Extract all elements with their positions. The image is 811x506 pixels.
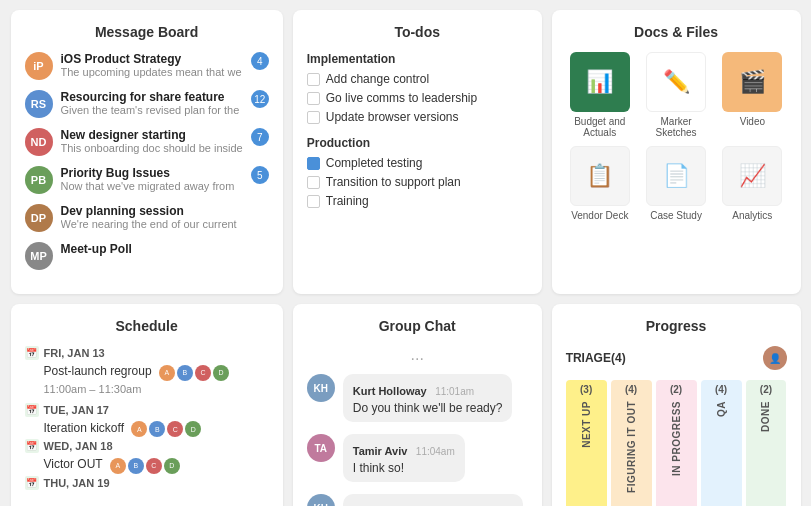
event-avatar: A	[131, 421, 147, 437]
todo-item[interactable]: Go live comms to leadership	[307, 91, 528, 105]
todo-label: Training	[326, 194, 369, 208]
doc-type-icon: 📈	[739, 163, 766, 189]
doc-item[interactable]: 📈 Analytics	[718, 146, 786, 221]
progress-column: (4) FIGURING IT OUT	[611, 380, 652, 506]
event-avatar: C	[167, 421, 183, 437]
todo-item[interactable]: Transition to support plan	[307, 175, 528, 189]
doc-name: Case Study	[650, 210, 702, 221]
doc-item[interactable]: 📄 Case Study	[642, 146, 710, 221]
progress-col-count: (4)	[715, 384, 727, 395]
chat-user-avatar: TA	[307, 434, 335, 462]
todo-section-title: Production	[307, 136, 528, 150]
message-board-panel: Message Board iP iOS Product Strategy Th…	[11, 10, 283, 294]
event-avatar: C	[195, 365, 211, 381]
doc-name: Analytics	[732, 210, 772, 221]
event-avatar: D	[213, 365, 229, 381]
todo-label: Completed testing	[326, 156, 423, 170]
message-item[interactable]: ND New designer starting This onboarding…	[25, 128, 269, 156]
msg-content: Dev planning session We're nearing the e…	[61, 204, 269, 230]
message-board-title: Message Board	[25, 24, 269, 40]
todo-checkbox[interactable]	[307, 195, 320, 208]
schedule-event-block: 📅 WED, JAN 18 Victor OUT ABCD	[25, 439, 269, 474]
doc-thumbnail: ✏️	[646, 52, 706, 112]
doc-thumbnail: 📋	[570, 146, 630, 206]
msg-preview: The upcoming updates mean that we	[61, 66, 243, 78]
msg-content: New designer starting This onboarding do…	[61, 128, 243, 154]
chat-timestamp: 11:04am	[416, 446, 455, 457]
progress-col-count: (4)	[625, 384, 637, 395]
msg-badge: 4	[251, 52, 269, 70]
calendar-icon: 📅	[25, 346, 39, 360]
event-avatars: ABCD	[110, 458, 180, 474]
msg-badge: 12	[251, 90, 269, 108]
doc-item[interactable]: ✏️ Marker Sketches	[642, 52, 710, 138]
todo-checkbox[interactable]	[307, 157, 320, 170]
todo-item[interactable]: Update browser versions	[307, 110, 528, 124]
doc-type-icon: 🎬	[739, 69, 766, 95]
schedule-event-block: 📅 THU, JAN 19	[25, 476, 269, 490]
msg-content: Priority Bug Issues Now that we've migra…	[61, 166, 243, 192]
chat-bubble: Kurt Holloway 11:01am Do you think we'll…	[343, 374, 513, 422]
todo-label: Transition to support plan	[326, 175, 461, 189]
chat-sender-line: Kurt Holloway 11:01am	[353, 381, 503, 399]
doc-name: Video	[740, 116, 765, 127]
avatar: iP	[25, 52, 53, 80]
progress-column: (2) DONE	[746, 380, 787, 506]
doc-thumbnail: 📄	[646, 146, 706, 206]
triage-label: TRIAGE(4)	[566, 351, 626, 365]
avatar: ND	[25, 128, 53, 156]
progress-columns: (3) NEXT UP (4) FIGURING IT OUT (2) IN P…	[566, 380, 787, 506]
doc-item[interactable]: 📋 Vendor Deck	[566, 146, 634, 221]
doc-item[interactable]: 🎬 Video	[718, 52, 786, 138]
progress-col-count: (2)	[670, 384, 682, 395]
chat-user-avatar: KH	[307, 374, 335, 402]
progress-col-label: FIGURING IT OUT	[626, 401, 637, 493]
progress-column: (3) NEXT UP	[566, 380, 607, 506]
todo-checkbox[interactable]	[307, 176, 320, 189]
progress-col-count: (2)	[760, 384, 772, 395]
todo-checkbox[interactable]	[307, 92, 320, 105]
doc-type-icon: 📊	[586, 69, 613, 95]
msg-content: Resourcing for share feature Given the t…	[61, 90, 243, 116]
progress-col-label: DONE	[760, 401, 771, 432]
todo-item[interactable]: Completed testing	[307, 156, 528, 170]
message-item[interactable]: RS Resourcing for share feature Given th…	[25, 90, 269, 118]
message-item[interactable]: MP Meet-up Poll	[25, 242, 269, 270]
todos-list: Implementation Add change control Go liv…	[307, 52, 528, 208]
schedule-event-block: 📅 FRI, JAN 13 Post-launch regroup ABCD 1…	[25, 346, 269, 395]
todo-item[interactable]: Training	[307, 194, 528, 208]
progress-col-count: (3)	[580, 384, 592, 395]
main-grid: Message Board iP iOS Product Strategy Th…	[11, 10, 801, 506]
message-item[interactable]: iP iOS Product Strategy The upcoming upd…	[25, 52, 269, 80]
message-item[interactable]: DP Dev planning session We're nearing th…	[25, 204, 269, 232]
chat-message: KH Kurt Holloway 11:06am Basecamp is mak…	[307, 494, 528, 506]
todo-item[interactable]: Add change control	[307, 72, 528, 86]
avatar: PB	[25, 166, 53, 194]
schedule-date: 📅 TUE, JAN 17	[25, 403, 269, 417]
doc-thumbnail: 🎬	[722, 52, 782, 112]
event-avatar: D	[185, 421, 201, 437]
date-text: TUE, JAN 17	[44, 404, 109, 416]
progress-column: (4) QA	[701, 380, 742, 506]
todo-checkbox[interactable]	[307, 111, 320, 124]
schedule-date: 📅 WED, JAN 18	[25, 439, 269, 453]
doc-thumbnail: 📊	[570, 52, 630, 112]
docs-grid: 📊 Budget and Actuals ✏️ Marker Sketches …	[566, 52, 787, 221]
event-name: Iteration kickoff ABCD	[44, 421, 269, 438]
avatar: DP	[25, 204, 53, 232]
todo-checkbox[interactable]	[307, 73, 320, 86]
doc-type-icon: 📋	[586, 163, 613, 189]
msg-title: New designer starting	[61, 128, 243, 142]
message-item[interactable]: PB Priority Bug Issues Now that we've mi…	[25, 166, 269, 194]
event-avatar: B	[128, 458, 144, 474]
doc-type-icon: ✏️	[663, 69, 690, 95]
event-avatars: ABCD	[159, 365, 229, 381]
msg-preview: Now that we've migrated away from	[61, 180, 243, 192]
doc-item[interactable]: 📊 Budget and Actuals	[566, 52, 634, 138]
avatar: MP	[25, 242, 53, 270]
progress-user-avatar: 👤	[763, 346, 787, 370]
event-avatar: B	[177, 365, 193, 381]
progress-panel: Progress TRIAGE(4) 👤 (3) NEXT UP (4) FIG…	[552, 304, 801, 506]
doc-thumbnail: 📈	[722, 146, 782, 206]
event-avatar: A	[159, 365, 175, 381]
